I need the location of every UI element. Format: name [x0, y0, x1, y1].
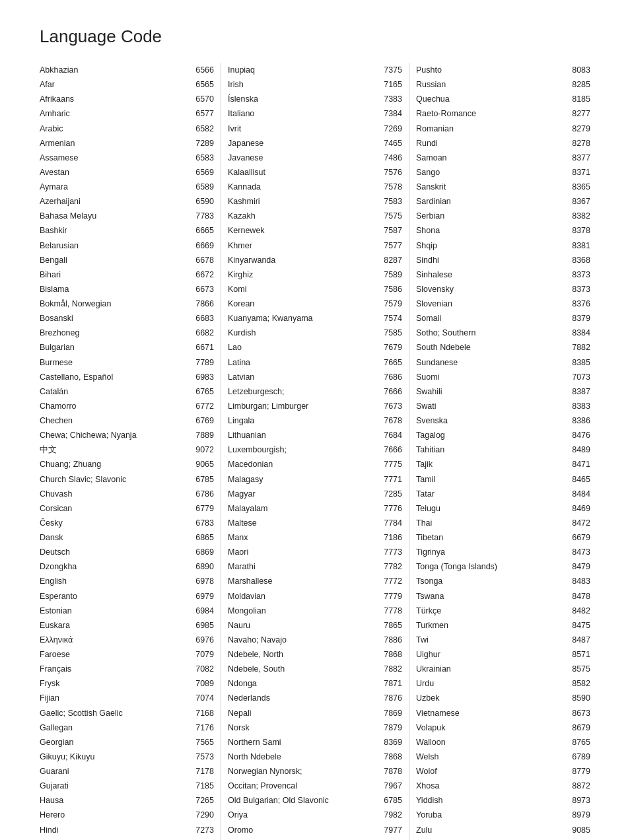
- lang-row: Kernewek7587: [228, 223, 402, 238]
- lang-row: Avestan6569: [40, 165, 214, 180]
- lang-row: Raeto-Romance8277: [416, 106, 590, 121]
- lang-row: Slovensky8373: [416, 282, 590, 297]
- lang-code: 7882: [565, 341, 590, 353]
- lang-code: 6565: [189, 79, 214, 90]
- lang-name: Kalaallisut: [228, 166, 377, 178]
- lang-row: Arabic6582: [40, 122, 214, 136]
- lang-name: Zulu: [416, 824, 565, 836]
- lang-code: 8376: [565, 298, 590, 310]
- lang-row: Latvian7686: [228, 370, 402, 384]
- lang-row: Oriya7982: [228, 808, 402, 822]
- lang-code: 8571: [565, 648, 590, 660]
- lang-row: Sindhi8368: [416, 253, 590, 267]
- lang-code: 6569: [189, 166, 214, 178]
- column-3: Pushto8083Russian8285Quechua8185Raeto-Ro…: [409, 63, 590, 837]
- lang-code: 6983: [189, 371, 214, 383]
- lang-code: 8382: [565, 210, 590, 222]
- lang-code: 6772: [189, 400, 214, 412]
- lang-row: Kirghiz7589: [228, 267, 402, 282]
- lang-name: Chuvash: [40, 488, 189, 500]
- lang-name: Česky: [40, 517, 189, 529]
- lang-row: Gallegan7176: [40, 720, 214, 735]
- lang-code: 6678: [189, 254, 214, 266]
- lang-row: Moldavian7779: [228, 589, 402, 604]
- lang-row: Pushto8083: [416, 63, 590, 77]
- lang-row: Walloon8765: [416, 735, 590, 750]
- lang-code: 8489: [565, 444, 590, 456]
- lang-row: Sundanese8385: [416, 355, 590, 370]
- lang-name: Gujarati: [40, 780, 189, 792]
- lang-code: 6786: [189, 488, 214, 500]
- lang-row: Aymara6589: [40, 180, 214, 194]
- lang-row: Gaelic; Scottish Gaelic7168: [40, 706, 214, 720]
- lang-code: 8471: [565, 458, 590, 470]
- lang-name: Bulgarian: [40, 341, 189, 353]
- lang-name: Estonian: [40, 605, 189, 617]
- lang-code: 7289: [189, 137, 214, 149]
- lang-row: Rundi8278: [416, 136, 590, 151]
- lang-name: Maori: [228, 546, 377, 558]
- lang-name: Manx: [228, 532, 377, 543]
- lang-code: 8765: [565, 736, 590, 748]
- lang-name: Old Bulgarian; Old Slavonic: [228, 794, 377, 806]
- lang-code: 7878: [377, 765, 402, 777]
- lang-code: 6785: [189, 473, 214, 485]
- lang-code: 6566: [189, 64, 214, 76]
- lang-row: Chamorro6772: [40, 399, 214, 413]
- lang-row: Euskara6985: [40, 618, 214, 633]
- lang-name: Komi: [228, 283, 377, 295]
- lang-code: 8973: [565, 794, 590, 806]
- lang-row: Northern Sami8369: [228, 735, 402, 750]
- lang-name: Sindhi: [416, 254, 565, 266]
- lang-row: Ndebele, North7868: [228, 647, 402, 662]
- lang-name: Afar: [40, 79, 189, 90]
- lang-name: Armenian: [40, 137, 189, 149]
- lang-row: Česky6783: [40, 516, 214, 530]
- lang-code: 7573: [189, 751, 214, 763]
- column-1: Abkhazian6566Afar6565Afrikaans6570Amhari…: [40, 63, 221, 840]
- lang-row: Old Bulgarian; Old Slavonic6785: [228, 793, 402, 808]
- lang-row: Quechua8185: [416, 92, 590, 106]
- lang-code: 7089: [189, 678, 214, 689]
- lang-name: Letzeburgesch;: [228, 386, 377, 398]
- lang-row: Marshallese7772: [228, 574, 402, 588]
- lang-row: Norwegian Nynorsk;7878: [228, 764, 402, 779]
- lang-name: Türkçe: [416, 605, 565, 617]
- lang-code: 7865: [377, 619, 402, 631]
- lang-name: Kashmiri: [228, 195, 377, 207]
- lang-name: Gallegan: [40, 722, 189, 734]
- lang-name: Swati: [416, 400, 565, 412]
- lang-row: Maori7773: [228, 545, 402, 559]
- lang-code: 8384: [565, 327, 590, 339]
- lang-code: 7871: [377, 678, 402, 689]
- lang-name: Kuanyama; Kwanyama: [228, 312, 377, 324]
- lang-row: Ossetian; Ossetic7983: [228, 837, 402, 840]
- lang-row: Tajik8471: [416, 457, 590, 472]
- lang-code: 7882: [377, 663, 402, 675]
- lang-row: Sardinian8367: [416, 194, 590, 209]
- lang-name: Luxembourgish;: [228, 444, 377, 456]
- lang-name: Moldavian: [228, 590, 377, 602]
- lang-name: Esperanto: [40, 590, 189, 602]
- lang-row: Uzbek8590: [416, 691, 590, 705]
- lang-name: Yiddish: [416, 794, 565, 806]
- lang-row: Abkhazian6566: [40, 63, 214, 77]
- lang-name: Ukrainian: [416, 663, 565, 675]
- lang-code: 7269: [377, 123, 402, 135]
- lang-name: Kazakh: [228, 210, 377, 222]
- lang-name: Guarani: [40, 765, 189, 777]
- lang-code: 7273: [189, 824, 214, 836]
- lang-name: 中文: [40, 444, 189, 456]
- lang-code: 8365: [565, 181, 590, 193]
- lang-name: Kannada: [228, 181, 377, 193]
- lang-name: Lithuanian: [228, 429, 377, 441]
- lang-name: Somali: [416, 312, 565, 324]
- lang-code: 7465: [377, 137, 402, 149]
- lang-code: 8673: [565, 707, 590, 719]
- lang-code: 7684: [377, 429, 402, 441]
- lang-name: Frysk: [40, 678, 189, 689]
- lang-name: Italiano: [228, 108, 377, 120]
- lang-row: Svenska8386: [416, 413, 590, 428]
- lang-row: Kalaallisut7576: [228, 165, 402, 180]
- lang-name: Chewa; Chichewa; Nyanja: [40, 429, 189, 441]
